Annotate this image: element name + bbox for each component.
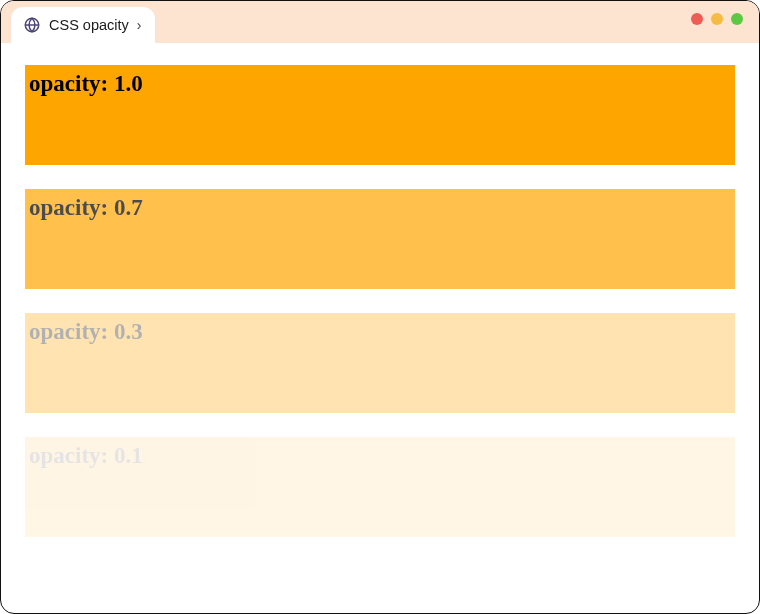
chevron-right-icon: › (137, 17, 142, 33)
close-window-button[interactable] (691, 13, 703, 25)
tab-title: CSS opacity (49, 17, 129, 33)
page-content: opacity: 1.0 opacity: 0.7 opacity: 0.3 o… (1, 43, 759, 559)
titlebar: CSS opacity › (1, 1, 759, 43)
opacity-box-4: opacity: 0.1 (25, 437, 735, 537)
opacity-label: opacity: 1.0 (29, 71, 731, 97)
opacity-label: opacity: 0.1 (29, 443, 731, 469)
maximize-window-button[interactable] (731, 13, 743, 25)
minimize-window-button[interactable] (711, 13, 723, 25)
browser-window: CSS opacity › opacity: 1.0 opacity: 0.7 … (0, 0, 760, 614)
opacity-box-2: opacity: 0.7 (25, 189, 735, 289)
globe-icon (23, 16, 41, 34)
opacity-box-1: opacity: 1.0 (25, 65, 735, 165)
window-controls (691, 13, 743, 25)
browser-tab[interactable]: CSS opacity › (11, 7, 155, 43)
opacity-label: opacity: 0.7 (29, 195, 731, 221)
opacity-label: opacity: 0.3 (29, 319, 731, 345)
opacity-box-3: opacity: 0.3 (25, 313, 735, 413)
